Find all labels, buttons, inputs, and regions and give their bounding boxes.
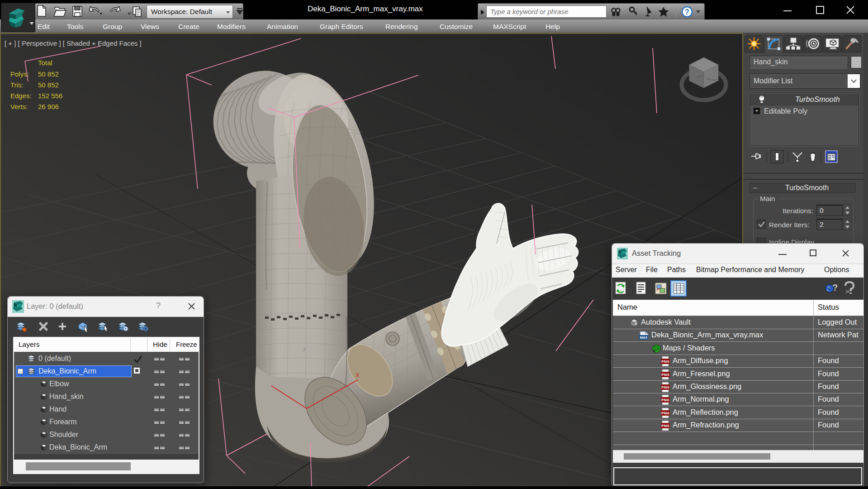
svg-text:PNG: PNG <box>661 385 669 389</box>
svg-text:MAX: MAX <box>640 336 648 340</box>
svg-text:?: ? <box>685 8 689 16</box>
svg-text:PNG: PNG <box>661 424 669 428</box>
svg-text:X: X <box>356 372 360 379</box>
svg-text:?: ? <box>832 283 838 292</box>
svg-text:PNG: PNG <box>661 411 669 415</box>
svg-text:PNG: PNG <box>661 360 669 364</box>
svg-text:PNG: PNG <box>661 373 669 377</box>
svg-text:z: z <box>303 346 306 352</box>
svg-text:LEFT: LEFT <box>697 75 705 78</box>
svg-text:PNG: PNG <box>661 398 669 402</box>
